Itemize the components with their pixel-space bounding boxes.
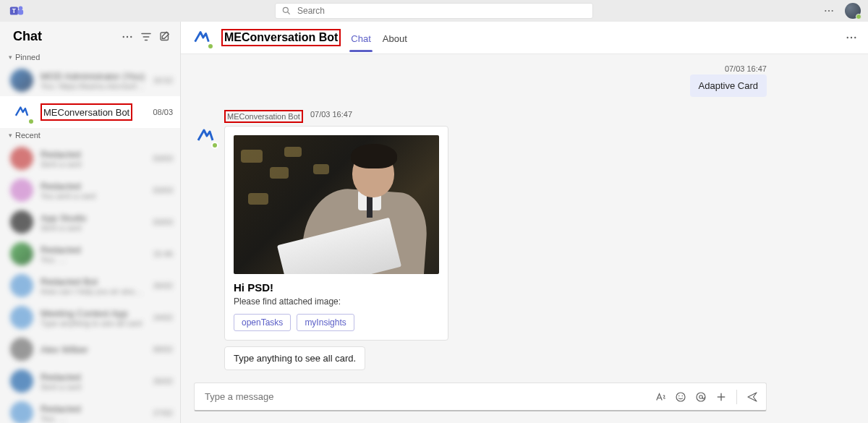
chat-item[interactable]: MOD Administrator (You)You: https://team… (0, 64, 180, 96)
chat-item[interactable]: Meeting Context AppType anything to see … (0, 302, 180, 333)
message-sender: MEConversation Bot (227, 112, 300, 121)
message-list[interactable]: 07/03 16:47 Adaptive Card MEConversation… (181, 54, 868, 377)
svg-point-16 (676, 393, 685, 401)
svg-point-7 (828, 10, 830, 12)
svg-point-6 (825, 10, 826, 12)
presence-available-icon (27, 118, 35, 125)
svg-point-10 (127, 35, 128, 37)
svg-point-13 (847, 37, 848, 38)
global-search[interactable] (275, 3, 593, 19)
presence-available-icon (211, 142, 218, 149)
chat-item[interactable]: RedactedSent a card26/02 (0, 365, 180, 397)
chat-item[interactable]: Redacted BotHow can I help you sir since… (0, 270, 180, 302)
chat-item[interactable]: RedactedSent a card03/03 (0, 142, 180, 174)
chat-item[interactable]: RedactedYou: …15:46 (0, 238, 180, 270)
chat-item[interactable]: App StudioSent a card03/03 (0, 206, 180, 238)
card-action-myinsights[interactable]: myInsights (297, 314, 354, 331)
teams-logo-icon: T (9, 3, 25, 19)
chat-item-time: 08/03 (153, 108, 173, 116)
composer-input[interactable] (205, 391, 647, 402)
chat-title: MEConversation Bot (224, 31, 338, 43)
svg-point-17 (678, 395, 680, 396)
chat-item-active[interactable]: MEConversation Bot 08/03 (0, 96, 180, 128)
card-body: Please find attached image: (234, 296, 439, 307)
profile-avatar[interactable] (845, 3, 861, 19)
filter-icon[interactable] (140, 30, 153, 43)
card-title: Hi PSD! (234, 281, 439, 294)
bot-avatar (191, 27, 213, 48)
search-input[interactable] (297, 6, 587, 16)
search-icon (281, 6, 292, 16)
chat-item-name: MEConversation Bot (43, 107, 129, 118)
bot-text-message: Type anything to see all card. (224, 346, 365, 370)
chat-sidebar: Chat Pinned MOD Administrator (You)You: … (0, 22, 181, 423)
title-bar: T (0, 0, 868, 22)
svg-text:T: T (12, 8, 16, 14)
message-composer[interactable] (194, 383, 767, 411)
adaptive-card: Hi PSD! Please find attached image: open… (224, 126, 448, 341)
chat-header: MEConversation Bot Chat About (181, 22, 868, 54)
tab-chat[interactable]: Chat (349, 25, 372, 51)
svg-point-20 (699, 395, 703, 398)
sidebar-title: Chat (13, 29, 115, 44)
section-pinned[interactable]: Pinned (0, 50, 180, 64)
tab-about[interactable]: About (381, 25, 409, 51)
emoji-icon[interactable] (674, 390, 687, 403)
message-timestamp: 07/03 16:47 (310, 110, 352, 123)
message-timestamp: 07/03 16:47 (194, 64, 767, 73)
section-recent[interactable]: Recent (0, 128, 180, 142)
card-image (234, 135, 439, 274)
bot-avatar (194, 124, 217, 148)
svg-point-4 (283, 7, 288, 12)
svg-point-14 (851, 37, 852, 38)
chat-item[interactable]: RedactedYou sent a card03/03 (0, 174, 180, 206)
chat-content: MEConversation Bot Chat About 07/03 16:4… (181, 22, 868, 423)
more-icon[interactable] (845, 31, 858, 44)
svg-point-8 (832, 10, 833, 12)
send-icon[interactable] (746, 390, 759, 403)
more-icon[interactable] (823, 5, 835, 17)
outgoing-message: Adaptive Card (690, 74, 767, 97)
svg-line-5 (288, 12, 290, 14)
svg-point-19 (697, 393, 705, 401)
svg-point-11 (130, 35, 132, 37)
svg-point-15 (854, 37, 856, 38)
chat-item[interactable]: RedactedYou: …27/02 (0, 397, 180, 423)
svg-rect-3 (18, 9, 23, 14)
format-icon[interactable] (654, 390, 667, 403)
bot-avatar (10, 101, 33, 124)
svg-point-9 (123, 35, 124, 37)
presence-available-icon (856, 14, 861, 20)
extensions-icon[interactable] (715, 390, 728, 403)
new-chat-icon[interactable] (158, 30, 171, 43)
mention-icon[interactable] (694, 390, 707, 403)
card-action-opentasks[interactable]: openTasks (234, 314, 291, 331)
presence-available-icon (207, 43, 214, 50)
chat-item[interactable]: Alex Wilber08/02 (0, 333, 180, 365)
bot-message: MEConversation Bot 07/03 16:47 Hi PSD! (194, 110, 767, 341)
more-icon[interactable] (121, 30, 134, 43)
svg-point-18 (682, 395, 684, 396)
